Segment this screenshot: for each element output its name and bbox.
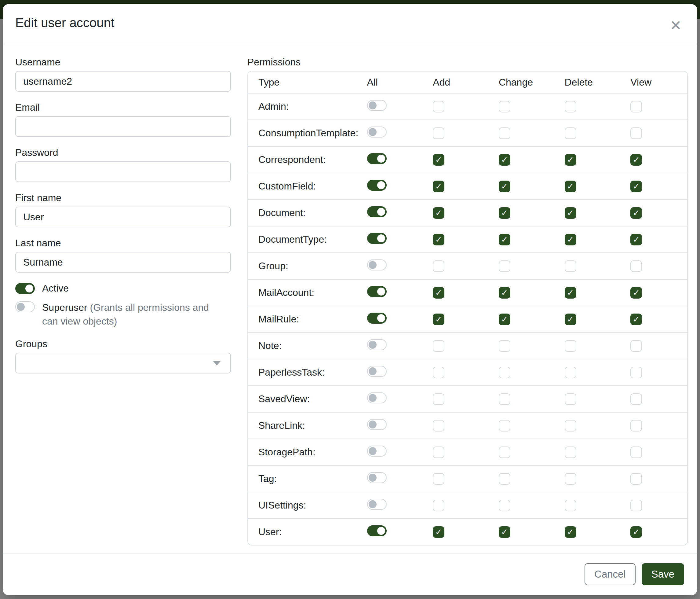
permission-delete-checkbox[interactable] [565, 260, 576, 272]
permission-delete-checkbox[interactable] [565, 340, 576, 352]
permission-add-checkbox[interactable] [433, 473, 444, 485]
permission-delete-checkbox[interactable] [565, 473, 576, 485]
permission-change-checkbox[interactable] [499, 473, 510, 485]
username-label: Username [15, 56, 231, 68]
permission-change-checkbox[interactable] [499, 420, 510, 432]
permission-all-toggle[interactable] [367, 286, 386, 297]
permission-change-checkbox[interactable] [499, 260, 510, 272]
permission-view-checkbox[interactable] [630, 181, 642, 192]
permission-add-checkbox[interactable] [433, 420, 444, 432]
permission-view-checkbox[interactable] [630, 207, 642, 219]
permission-change-checkbox[interactable] [499, 154, 510, 166]
permission-add-checkbox[interactable] [433, 447, 444, 458]
permission-delete-checkbox[interactable] [565, 101, 576, 113]
permission-view-checkbox[interactable] [630, 447, 642, 458]
permission-add-checkbox[interactable] [433, 181, 444, 192]
permission-delete-checkbox[interactable] [565, 127, 576, 139]
permission-add-checkbox[interactable] [433, 234, 444, 245]
permission-delete-checkbox[interactable] [565, 234, 576, 245]
permission-delete-checkbox[interactable] [565, 207, 576, 219]
permission-view-checkbox[interactable] [630, 260, 642, 272]
permission-all-toggle[interactable] [367, 260, 386, 270]
permission-all-toggle[interactable] [367, 366, 386, 377]
permission-view-checkbox[interactable] [630, 420, 642, 432]
permission-delete-checkbox[interactable] [565, 526, 576, 538]
permission-view-checkbox[interactable] [630, 101, 642, 113]
permission-change-checkbox[interactable] [499, 101, 510, 113]
permission-view-checkbox[interactable] [630, 473, 642, 485]
permission-add-checkbox[interactable] [433, 127, 444, 139]
permission-view-cell [621, 393, 687, 405]
permission-add-checkbox[interactable] [433, 340, 444, 352]
permission-view-checkbox[interactable] [630, 393, 642, 405]
username-input[interactable] [15, 71, 231, 92]
permission-view-checkbox[interactable] [630, 127, 642, 139]
close-button[interactable]: ✕ [667, 17, 684, 34]
permission-change-checkbox[interactable] [499, 207, 510, 219]
permission-delete-checkbox[interactable] [565, 393, 576, 405]
email-field[interactable] [15, 116, 231, 137]
save-button[interactable]: Save [642, 563, 684, 585]
permission-view-checkbox[interactable] [630, 500, 642, 511]
permission-add-checkbox[interactable] [433, 287, 444, 298]
permission-change-checkbox[interactable] [499, 287, 510, 298]
permission-change-checkbox[interactable] [499, 181, 510, 192]
permission-all-toggle[interactable] [367, 525, 386, 536]
permission-change-checkbox[interactable] [499, 314, 510, 325]
permission-add-checkbox[interactable] [433, 260, 444, 272]
groups-select[interactable] [15, 353, 231, 374]
permission-view-checkbox[interactable] [630, 234, 642, 245]
permission-change-checkbox[interactable] [499, 526, 510, 538]
permission-add-checkbox[interactable] [433, 314, 444, 325]
permission-delete-checkbox[interactable] [565, 500, 576, 511]
permission-change-checkbox[interactable] [499, 500, 510, 511]
permission-all-toggle[interactable] [367, 339, 386, 350]
active-toggle[interactable] [15, 283, 35, 294]
permission-delete-checkbox[interactable] [565, 420, 576, 432]
permission-change-checkbox[interactable] [499, 234, 510, 245]
permissions-table-header: Type All Add Change Delete View [248, 72, 687, 93]
permission-add-checkbox[interactable] [433, 101, 444, 113]
permission-all-toggle[interactable] [367, 180, 386, 191]
permission-change-checkbox[interactable] [499, 367, 510, 378]
permission-view-checkbox[interactable] [630, 367, 642, 378]
superuser-toggle[interactable] [15, 301, 35, 312]
permission-add-checkbox[interactable] [433, 393, 444, 405]
permission-add-checkbox[interactable] [433, 526, 444, 538]
permission-all-toggle[interactable] [367, 126, 386, 138]
permission-all-toggle[interactable] [367, 313, 386, 324]
permission-all-toggle[interactable] [367, 499, 386, 510]
permission-delete-checkbox[interactable] [565, 367, 576, 378]
permission-view-checkbox[interactable] [630, 314, 642, 325]
permission-add-checkbox[interactable] [433, 154, 444, 166]
user-form: Username Email Password First name Last … [15, 56, 231, 553]
permission-all-toggle[interactable] [367, 100, 386, 111]
permission-all-toggle[interactable] [367, 392, 386, 403]
permission-view-checkbox[interactable] [630, 526, 642, 538]
permission-delete-checkbox[interactable] [565, 154, 576, 166]
permission-delete-checkbox[interactable] [565, 314, 576, 325]
permission-all-toggle[interactable] [367, 233, 386, 244]
permission-change-checkbox[interactable] [499, 393, 510, 405]
permission-all-toggle[interactable] [367, 446, 386, 457]
permission-delete-checkbox[interactable] [565, 181, 576, 192]
permission-view-checkbox[interactable] [630, 287, 642, 298]
permission-view-checkbox[interactable] [630, 154, 642, 166]
permission-all-toggle[interactable] [367, 472, 386, 483]
permission-delete-checkbox[interactable] [565, 287, 576, 298]
permission-all-toggle[interactable] [367, 153, 386, 164]
password-field[interactable] [15, 161, 231, 182]
last-name-field[interactable] [15, 252, 231, 272]
permission-all-toggle[interactable] [367, 419, 386, 430]
permission-change-checkbox[interactable] [499, 447, 510, 458]
permission-delete-checkbox[interactable] [565, 447, 576, 458]
permission-add-checkbox[interactable] [433, 367, 444, 378]
permission-all-toggle[interactable] [367, 206, 386, 217]
permission-change-checkbox[interactable] [499, 127, 510, 139]
permission-view-checkbox[interactable] [630, 340, 642, 352]
permission-add-checkbox[interactable] [433, 207, 444, 219]
cancel-button[interactable]: Cancel [584, 563, 635, 585]
first-name-field[interactable] [15, 207, 231, 227]
permission-change-checkbox[interactable] [499, 340, 510, 352]
permission-add-checkbox[interactable] [433, 500, 444, 511]
